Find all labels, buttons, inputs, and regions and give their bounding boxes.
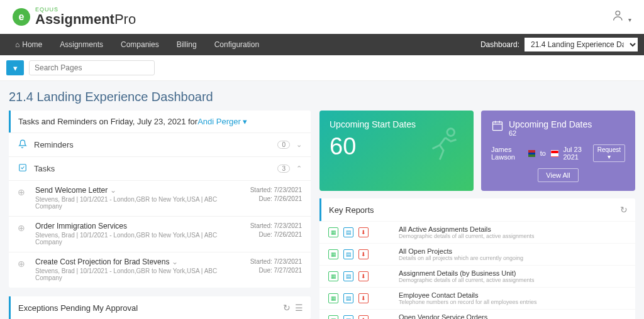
- tasks-section[interactable]: Tasks 3 ⌃: [9, 156, 311, 180]
- export-grid-icon[interactable]: ▤: [343, 249, 353, 259]
- reminders-section[interactable]: Reminders 0 ⌄: [9, 132, 311, 156]
- user-menu[interactable]: ▾: [613, 9, 631, 25]
- menu-toggle[interactable]: ▾: [6, 60, 24, 75]
- chevron-down-icon[interactable]: ⌄: [296, 141, 302, 149]
- svg-rect-3: [493, 122, 502, 130]
- bell-icon: [18, 139, 28, 150]
- logo-text: AssignmentPro: [35, 11, 136, 28]
- home-icon: ⌂: [15, 34, 19, 55]
- check-icon: [18, 163, 28, 174]
- refresh-icon[interactable]: ↻: [283, 303, 291, 313]
- upcoming-end-card: Upcoming End Dates 62 James Lawson to Ju…: [481, 111, 635, 191]
- exceptions-panel: Exceptions Pending My Approval ↻ ☰: [9, 296, 311, 319]
- upcoming-start-card[interactable]: Upcoming Start Dates 60: [319, 111, 474, 191]
- report-row[interactable]: ▦ ▤ ⬇ All Active Assignments Details Dem…: [319, 221, 635, 243]
- report-row[interactable]: ▦ ▤ ⬇ All Open Projects Details on all p…: [319, 243, 635, 265]
- page-title: 21.4 Landing Experience Dashboard: [0, 81, 644, 111]
- exceptions-title: Exceptions Pending My Approval: [18, 303, 138, 313]
- runner-icon: [423, 123, 467, 177]
- export-grid-icon[interactable]: ▤: [343, 293, 353, 303]
- nav-billing[interactable]: Billing: [168, 34, 206, 55]
- export-excel-icon[interactable]: ▦: [328, 271, 338, 281]
- export-pdf-icon[interactable]: ⬇: [358, 293, 369, 303]
- main-nav: ⌂Home Assignments Companies Billing Conf…: [6, 34, 268, 55]
- task-row[interactable]: ⊕ Send Welcome Letter ⌄ Stevens, Brad | …: [9, 180, 311, 216]
- export-excel-icon[interactable]: ▦: [328, 315, 338, 319]
- export-pdf-icon[interactable]: ⬇: [358, 315, 369, 319]
- tasks-panel: Tasks and Reminders on Friday, July 23, …: [9, 111, 311, 288]
- export-grid-icon[interactable]: ▤: [343, 227, 353, 237]
- expand-icon[interactable]: ⊕: [18, 257, 29, 281]
- task-row[interactable]: ⊕ Create Cost Projection for Brad Steven…: [9, 252, 311, 288]
- nav-home[interactable]: ⌂Home: [6, 34, 51, 55]
- export-excel-icon[interactable]: ▦: [328, 249, 338, 259]
- report-row[interactable]: ▦ ▤ ⬇ Employee Contact Details Telephone…: [319, 287, 635, 309]
- svg-point-0: [616, 11, 620, 15]
- key-reports-title: Key Reports: [329, 205, 374, 215]
- export-grid-icon[interactable]: ▤: [343, 271, 353, 281]
- report-row[interactable]: ▦ ▤ ⬇ Assignment Details (by Business Un…: [319, 265, 635, 287]
- dashboard-select[interactable]: 21.4 Landing Experience Dashboard: [525, 38, 638, 51]
- export-excel-icon[interactable]: ▦: [328, 293, 338, 303]
- export-pdf-icon[interactable]: ⬇: [358, 271, 369, 281]
- settings-icon[interactable]: ☰: [295, 303, 303, 313]
- flag-from-icon: [528, 150, 535, 157]
- expand-icon[interactable]: ⊕: [18, 186, 29, 210]
- expand-icon[interactable]: ⊕: [18, 222, 29, 246]
- nav-companies[interactable]: Companies: [112, 34, 168, 55]
- view-all-button[interactable]: View All: [538, 168, 578, 182]
- key-reports-panel: Key Reports ↻ ▦ ▤ ⬇ All Active Assignmen…: [319, 198, 635, 319]
- chevron-up-icon[interactable]: ⌃: [296, 165, 302, 173]
- nav-assignments[interactable]: Assignments: [51, 34, 112, 55]
- export-excel-icon[interactable]: ▦: [328, 227, 338, 237]
- tasks-count: 3: [277, 165, 290, 173]
- svg-rect-1: [19, 165, 26, 171]
- search-input[interactable]: [35, 63, 149, 72]
- user-link[interactable]: Andi Perger ▾: [197, 117, 247, 126]
- calendar-icon: [491, 119, 504, 134]
- app-logo: e EQUUS AssignmentPro: [13, 6, 136, 28]
- report-row[interactable]: ▦ ▤ ⬇ Open Vendor Service Orders Details…: [319, 309, 635, 319]
- tasks-panel-header: Tasks and Reminders on Friday, July 23, …: [9, 111, 311, 132]
- refresh-icon[interactable]: ↻: [620, 205, 628, 215]
- logo-mark: e: [13, 8, 30, 26]
- nav-configuration[interactable]: Configuration: [206, 34, 268, 55]
- export-pdf-icon[interactable]: ⬇: [358, 249, 369, 259]
- svg-point-2: [447, 129, 455, 136]
- person-name: James Lawson: [491, 146, 523, 161]
- search-box[interactable]: [29, 60, 155, 75]
- task-row[interactable]: ⊕ Order Immigration Services Stevens, Br…: [9, 216, 311, 252]
- flag-to-icon: [551, 150, 558, 157]
- reminders-count: 0: [277, 141, 290, 149]
- request-button[interactable]: Request ▾: [593, 144, 625, 162]
- export-pdf-icon[interactable]: ⬇: [358, 227, 369, 237]
- export-grid-icon[interactable]: ▤: [343, 315, 353, 319]
- dashboard-label: Dashboard:: [480, 40, 519, 49]
